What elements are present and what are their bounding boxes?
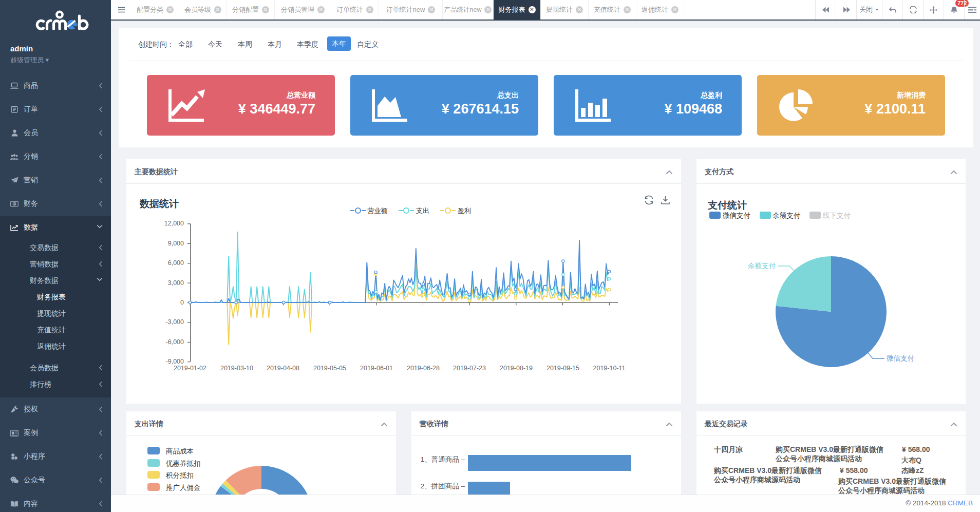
svg-text:2019-07-23: 2019-07-23 [453, 365, 486, 372]
svg-text:2019-04-08: 2019-04-08 [267, 365, 299, 372]
svg-text:3,000: 3,000 [168, 279, 184, 287]
svg-text:1: 1 [13, 202, 15, 205]
svg-text:2019-01-02: 2019-01-02 [174, 365, 206, 372]
svg-text:2019-08-19: 2019-08-19 [500, 365, 533, 372]
svg-text:2019-06-28: 2019-06-28 [407, 365, 440, 372]
svg-text:微信支付: 微信支付 [887, 354, 915, 362]
svg-text:2019-03-10: 2019-03-10 [220, 365, 253, 372]
svg-text:余额支付: 余额支付 [748, 262, 776, 270]
svg-text:12,000: 12,000 [164, 220, 184, 227]
svg-text:0: 0 [180, 299, 184, 306]
svg-text:6,000: 6,000 [168, 259, 184, 267]
svg-text:-3,000: -3,000 [166, 318, 184, 326]
svg-text:2019-10-11: 2019-10-11 [593, 365, 625, 372]
svg-text:9,000: 9,000 [168, 240, 184, 247]
svg-text:2019-09-15: 2019-09-15 [546, 365, 579, 372]
svg-text:2019-05-05: 2019-05-05 [313, 365, 346, 372]
svg-text:-6,000: -6,000 [166, 338, 184, 346]
svg-text:2019-06-01: 2019-06-01 [360, 365, 393, 372]
